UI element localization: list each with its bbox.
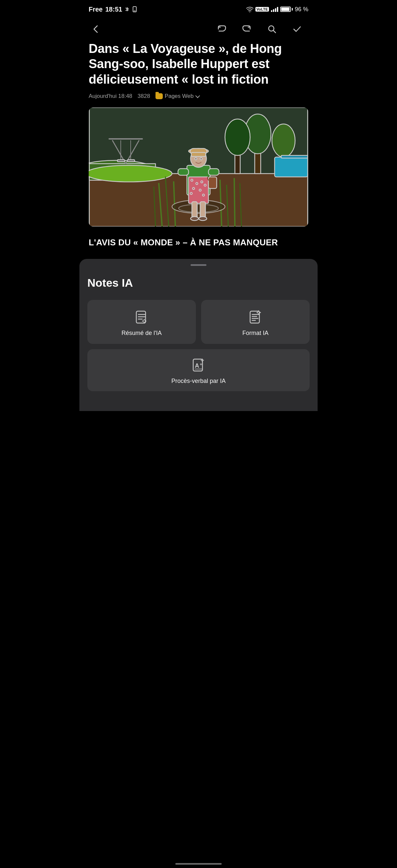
undo-button[interactable] <box>214 22 229 36</box>
signal-bar-3 <box>275 8 276 12</box>
phone-icon <box>132 6 137 12</box>
svg-rect-55 <box>208 177 217 188</box>
ai-format-icon <box>247 309 263 325</box>
back-icon <box>91 25 100 34</box>
meta-chars: 3828 <box>138 93 150 99</box>
svg-point-15 <box>225 119 250 155</box>
svg-point-53 <box>195 158 197 160</box>
svg-rect-46 <box>200 202 206 218</box>
battery-label: 96 % <box>295 6 308 13</box>
check-icon <box>293 25 302 34</box>
svg-text:A: A <box>195 363 199 369</box>
ai-format-button[interactable]: Format IA <box>201 300 310 344</box>
chevron-down-icon <box>195 94 200 98</box>
signal-bar-1 <box>271 10 272 12</box>
bottom-sheet-title: Notes IA <box>87 276 310 289</box>
format-svg-icon <box>248 310 263 324</box>
svg-rect-16 <box>275 157 308 177</box>
ai-minutes-label: Procès-verbal par IA <box>172 378 225 384</box>
svg-point-9 <box>89 165 172 182</box>
search-button[interactable] <box>265 22 279 36</box>
signal-bars <box>271 7 278 12</box>
ai-summary-button[interactable]: Résumé de l'IA <box>87 300 196 344</box>
ai-summary-label: Résumé de l'IA <box>121 330 162 337</box>
redo-icon <box>242 25 252 34</box>
svg-rect-24 <box>127 160 135 162</box>
svg-rect-52 <box>191 152 206 156</box>
ai-summary-icon <box>134 309 150 325</box>
svg-point-47 <box>190 217 198 221</box>
section-heading: L'AVIS DU « MONDE » – À NE PAS MANQUER <box>89 237 308 248</box>
svg-point-39 <box>201 181 203 183</box>
svg-point-13 <box>272 124 295 157</box>
carrier-label: Free <box>89 6 102 13</box>
toolbar-actions <box>214 22 304 36</box>
svg-point-40 <box>192 187 194 189</box>
ai-buttons-grid: Résumé de l'IA Format IA <box>87 300 310 344</box>
redo-button[interactable] <box>240 22 254 36</box>
signal-bar-4 <box>277 7 278 12</box>
status-right-group: VoLTE 96 % <box>246 6 308 13</box>
bluetooth-icon <box>125 6 129 12</box>
svg-line-30 <box>234 179 235 226</box>
svg-rect-17 <box>281 155 308 158</box>
svg-point-43 <box>190 192 192 194</box>
bottom-sheet-handle[interactable] <box>190 264 207 266</box>
svg-point-42 <box>204 184 206 186</box>
bottom-sheet: Notes IA Résumé de l'IA <box>80 259 317 411</box>
folder-badge[interactable]: Pages Web <box>155 93 199 99</box>
volte-badge: VoLTE <box>255 7 269 11</box>
battery-indicator <box>280 7 293 12</box>
svg-point-38 <box>196 183 198 185</box>
toolbar <box>80 17 317 41</box>
ai-minutes-icon: A + <box>190 357 207 373</box>
wifi-icon <box>246 6 253 12</box>
meta-folder: Pages Web <box>165 93 194 99</box>
article-image <box>89 107 308 226</box>
svg-text:+: + <box>200 362 202 367</box>
svg-point-54 <box>200 158 202 160</box>
svg-rect-23 <box>117 160 125 162</box>
undo-icon <box>216 25 227 34</box>
ai-minutes-button[interactable]: A + Procès-verbal par IA <box>87 349 310 391</box>
folder-icon <box>155 93 163 99</box>
article-title: Dans « La Voyageuse », de Hong Sang-soo,… <box>89 41 308 87</box>
signal-bar-2 <box>273 9 274 12</box>
article-meta: Aujourd'hui 18:48 3828 Pages Web <box>89 93 308 99</box>
article-area: Dans « La Voyageuse », de Hong Sang-soo,… <box>80 41 317 248</box>
status-carrier-time: Free 18:51 <box>89 6 137 13</box>
confirm-button[interactable] <box>290 22 304 36</box>
article-image-svg <box>89 107 308 226</box>
svg-point-2 <box>249 11 250 12</box>
summary-svg-icon <box>134 310 149 324</box>
meta-date: Aujourd'hui 18:48 <box>89 93 132 99</box>
svg-line-4 <box>273 30 276 33</box>
search-icon <box>267 25 277 34</box>
ai-format-label: Format IA <box>242 330 268 337</box>
svg-point-37 <box>191 179 193 181</box>
back-button[interactable] <box>89 22 103 36</box>
svg-rect-45 <box>192 202 197 218</box>
time-label: 18:51 <box>105 6 122 13</box>
svg-point-48 <box>199 217 207 221</box>
minutes-svg-icon: A + <box>191 358 206 372</box>
svg-rect-57 <box>208 168 219 175</box>
svg-point-34 <box>179 204 218 212</box>
svg-rect-56 <box>178 168 189 175</box>
svg-point-44 <box>203 194 205 196</box>
status-bar: Free 18:51 VoLTE <box>80 0 317 17</box>
svg-point-41 <box>199 189 201 191</box>
